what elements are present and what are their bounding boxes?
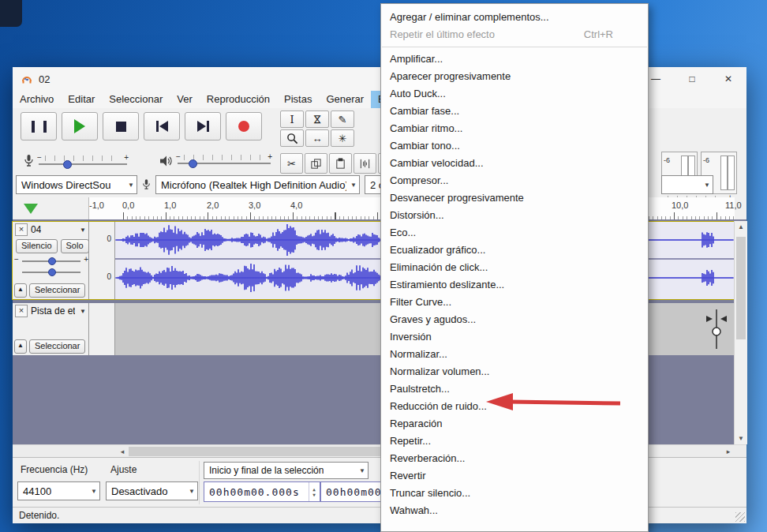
spin-up-icon[interactable]: ▲ bbox=[312, 486, 316, 492]
effect-menu-item[interactable]: Eco... bbox=[381, 224, 648, 242]
label-marker-icon[interactable] bbox=[703, 308, 730, 354]
menubar-item[interactable]: Seleccionar bbox=[102, 91, 170, 108]
vertical-scroll-thumb[interactable] bbox=[736, 237, 746, 339]
menubar-item[interactable]: Editar bbox=[61, 91, 102, 108]
effect-menu-item[interactable]: Reverberación... bbox=[381, 450, 648, 467]
menubar-item[interactable]: Reproducción bbox=[200, 91, 277, 108]
draw-tool-button[interactable]: ✎ bbox=[331, 111, 354, 128]
scroll-down-icon[interactable]: ▼ bbox=[735, 433, 747, 444]
close-track-icon[interactable]: × bbox=[15, 223, 28, 236]
pause-button[interactable] bbox=[21, 112, 57, 140]
vertical-scale[interactable]: 0 0 bbox=[89, 222, 115, 299]
selection-tool-button[interactable]: I bbox=[280, 111, 304, 128]
menubar-item[interactable]: Archivo bbox=[13, 91, 61, 108]
skip-to-start-button[interactable] bbox=[144, 112, 180, 140]
selection-mode-combo[interactable]: Inicio y final de la selección ▼ bbox=[204, 462, 369, 479]
maximize-button[interactable]: □ bbox=[674, 67, 710, 91]
effect-menu-item[interactable]: Eliminación de click... bbox=[381, 259, 648, 276]
arrow-head bbox=[486, 393, 513, 410]
track-name[interactable]: 04 bbox=[31, 224, 41, 235]
effect-menu-item[interactable]: Cambiar tono... bbox=[381, 137, 648, 155]
audio-host-combo[interactable]: Windows DirectSou ▼ bbox=[16, 175, 137, 194]
effect-menu-item[interactable]: Revertir bbox=[381, 467, 648, 485]
timeline-options-icon[interactable] bbox=[24, 204, 38, 214]
effect-menu-item[interactable]: Cambiar velocidad... bbox=[381, 155, 648, 172]
effect-menu-item[interactable]: Amplificar... bbox=[381, 51, 648, 68]
multi-tool-button[interactable]: ✳ bbox=[331, 129, 354, 147]
effect-menu-item[interactable]: Normalizar volumen... bbox=[381, 363, 648, 380]
envelope-tool-button[interactable]: ⋈ bbox=[305, 111, 329, 128]
trim-audio-button[interactable] bbox=[354, 153, 376, 174]
effect-menu-item[interactable]: Cambiar ritmo... bbox=[381, 120, 648, 137]
collapse-track-button[interactable]: ▲ bbox=[14, 283, 27, 298]
time-spinner[interactable]: ▲▼ bbox=[309, 482, 320, 501]
effect-menu-item[interactable]: Cambiar fase... bbox=[381, 103, 648, 120]
selection-start-time[interactable]: 00h00m00.000s ▲▼ bbox=[204, 481, 320, 502]
right-partial-combo[interactable]: ▼ bbox=[661, 175, 713, 194]
skip-to-end-button[interactable] bbox=[185, 112, 221, 140]
recording-volume-slider[interactable]: − + bbox=[39, 155, 127, 169]
slider-thumb[interactable] bbox=[189, 159, 197, 168]
effect-menu-item[interactable]: Desvanecer progresivamente bbox=[381, 189, 648, 207]
effect-menu-item[interactable]: Estiramiento deslizante... bbox=[381, 276, 648, 294]
scroll-left-icon[interactable]: ◂ bbox=[116, 445, 129, 458]
menu-item-label: Amplificar... bbox=[390, 51, 443, 68]
menubar-item[interactable]: Ver bbox=[170, 91, 200, 108]
solo-button[interactable]: Solo bbox=[61, 239, 89, 253]
vertical-scrollbar[interactable]: ▲ ▼ bbox=[734, 221, 747, 444]
track-menu-icon[interactable]: ▼ bbox=[80, 308, 86, 315]
sample-rate-combo[interactable]: 44100 ▼ bbox=[17, 481, 100, 500]
horizontal-scroll-thumb[interactable] bbox=[129, 447, 407, 456]
stop-button[interactable] bbox=[103, 112, 139, 140]
effect-menu-item[interactable]: Distorsión... bbox=[381, 207, 648, 224]
select-track-button[interactable]: Seleccionar bbox=[29, 339, 85, 354]
menubar-item[interactable]: Generar bbox=[319, 91, 371, 108]
copy-button[interactable] bbox=[305, 153, 327, 174]
play-button[interactable] bbox=[62, 112, 98, 140]
effect-menu-item[interactable]: Aparecer progresivamente bbox=[381, 68, 648, 85]
timeshift-tool-button[interactable]: ↔ bbox=[305, 129, 329, 147]
slider-thumb[interactable] bbox=[63, 160, 72, 169]
scroll-right-icon[interactable]: ▸ bbox=[722, 445, 735, 458]
effect-menu-item[interactable]: Repetir el último efecto Ctrl+R bbox=[381, 26, 648, 43]
effect-menu-item[interactable]: Truncar silencio... bbox=[381, 485, 648, 502]
effect-menu-item[interactable]: Repetir... bbox=[381, 433, 648, 450]
effect-menu-item[interactable]: Ecualizador gráfico... bbox=[381, 242, 648, 259]
pan-slider[interactable] bbox=[22, 267, 80, 277]
menu-item-label: Agregar / eliminar complementos... bbox=[390, 9, 549, 26]
close-track-icon[interactable]: × bbox=[15, 305, 28, 317]
menubar-item[interactable]: Pistas bbox=[277, 91, 319, 108]
slider-thumb[interactable] bbox=[48, 257, 56, 265]
mute-button[interactable]: Silencio bbox=[16, 239, 58, 253]
track-name[interactable]: Pista de etiq bbox=[31, 305, 75, 317]
effect-menu-item[interactable]: Graves y agudos... bbox=[381, 311, 648, 328]
record-button[interactable] bbox=[226, 112, 262, 140]
effect-menu-item[interactable]: Inversión bbox=[381, 328, 648, 346]
zoom-tool-button[interactable] bbox=[280, 129, 304, 147]
cut-button[interactable]: ✂ bbox=[280, 153, 303, 174]
effect-menu-item[interactable]: Reparación bbox=[381, 415, 648, 433]
close-button[interactable]: ✕ bbox=[710, 67, 746, 91]
effect-menu-item[interactable]: Compresor... bbox=[381, 172, 648, 189]
effect-menu-item[interactable]: Agregar / eliminar complementos... bbox=[381, 9, 648, 26]
gain-slider[interactable]: − + bbox=[22, 256, 80, 266]
effect-menu-item[interactable]: Normalizar... bbox=[381, 346, 648, 363]
select-track-button[interactable]: Seleccionar bbox=[29, 283, 85, 298]
annotation-arrow bbox=[483, 391, 625, 418]
desktop-shortcut-icon[interactable] bbox=[0, 0, 22, 27]
effect-menu-item[interactable]: Wahwah... bbox=[381, 502, 648, 519]
snap-combo[interactable]: Desactivado ▼ bbox=[106, 481, 198, 500]
snap-label: Ajuste bbox=[110, 464, 137, 475]
scroll-up-icon[interactable]: ▲ bbox=[735, 221, 747, 233]
spin-down-icon[interactable]: ▼ bbox=[312, 492, 316, 497]
ruler-tick-label: 3,0 bbox=[249, 200, 260, 210]
track-menu-icon[interactable]: ▼ bbox=[80, 227, 86, 234]
paste-button[interactable] bbox=[329, 153, 352, 174]
recording-device-combo[interactable]: Micrófono (Realtek High Definition Audio… bbox=[155, 175, 360, 194]
collapse-track-button[interactable]: ▲ bbox=[14, 339, 27, 354]
microphone-icon bbox=[142, 178, 151, 192]
effect-menu-item[interactable]: Filter Curve... bbox=[381, 294, 648, 311]
slider-thumb[interactable] bbox=[48, 268, 56, 276]
playback-volume-slider[interactable]: − + bbox=[178, 154, 271, 168]
effect-menu-item[interactable]: Auto Duck... bbox=[381, 85, 648, 103]
